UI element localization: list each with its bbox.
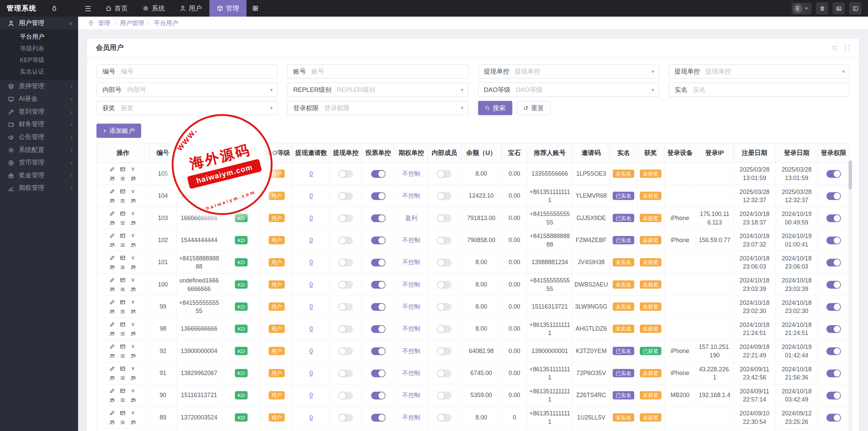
brand[interactable]: 管理系统	[0, 0, 78, 17]
login-permission-toggle[interactable]	[826, 370, 841, 377]
team-icon[interactable]	[108, 175, 115, 182]
edit-icon[interactable]	[108, 254, 115, 261]
sidebar-item-user-management[interactable]: 用户管理 ∨	[0, 17, 78, 30]
sidebar-item-finance[interactable]: 财务管理 ‹	[0, 118, 78, 131]
card-icon[interactable]	[119, 165, 126, 173]
login-permission-toggle[interactable]	[826, 192, 841, 200]
list-icon[interactable]	[119, 330, 126, 337]
team-icon[interactable]	[130, 219, 137, 226]
team-icon[interactable]	[108, 396, 115, 404]
card-icon[interactable]	[119, 254, 126, 261]
hamburger-icon[interactable]: ☰	[78, 0, 98, 17]
withdraw-control-toggle[interactable]	[339, 325, 353, 333]
filter-withdraw-control-1[interactable]: 提现单控 提现单控 ▾	[478, 64, 659, 79]
v-icon[interactable]: v	[130, 165, 137, 173]
option-control-link[interactable]: 不控制	[402, 303, 420, 310]
option-control-link[interactable]: 不控制	[402, 259, 420, 266]
scrollbar-thumb[interactable]	[849, 161, 852, 190]
account-input[interactable]	[312, 68, 468, 75]
sidebar-item-realname-auth[interactable]: 实名认证	[0, 66, 78, 77]
list-icon[interactable]	[119, 308, 126, 315]
team-icon[interactable]	[130, 197, 137, 204]
option-control-link[interactable]: 不控制	[402, 170, 420, 177]
team-icon[interactable]	[108, 219, 115, 226]
team-icon[interactable]	[130, 263, 137, 271]
breadcrumb-manage[interactable]: 管理	[98, 19, 110, 27]
edit-icon[interactable]	[108, 298, 115, 306]
fullscreen-icon[interactable]	[844, 45, 850, 51]
vote-control-toggle[interactable]	[371, 259, 385, 267]
nav-home[interactable]: 首页	[98, 0, 135, 17]
internal-member-toggle[interactable]	[437, 214, 451, 222]
vote-control-toggle[interactable]	[371, 303, 385, 311]
vote-control-toggle[interactable]	[371, 237, 385, 244]
sidebar-item-ai-fund[interactable]: AI基金 ‹	[0, 93, 78, 105]
vote-control-toggle[interactable]	[371, 281, 385, 289]
v-icon[interactable]: v	[130, 342, 137, 350]
edit-icon[interactable]	[108, 210, 115, 217]
option-control-link[interactable]: 不控制	[402, 414, 420, 421]
team-icon[interactable]	[130, 352, 137, 359]
edit-icon[interactable]	[108, 188, 115, 195]
card-icon[interactable]	[119, 320, 126, 328]
team-icon[interactable]	[108, 241, 115, 248]
edit-icon[interactable]	[108, 165, 115, 173]
option-control-link[interactable]: 不控制	[402, 237, 420, 243]
invite-count-link[interactable]: 0	[310, 192, 313, 199]
list-icon[interactable]	[119, 374, 126, 381]
edit-icon[interactable]	[108, 365, 115, 372]
login-permission-toggle[interactable]	[826, 170, 841, 178]
login-permission-toggle[interactable]	[826, 414, 841, 422]
card-icon[interactable]	[119, 409, 126, 416]
team-icon[interactable]	[130, 374, 137, 381]
sidebar-item-level-list[interactable]: 等级列表	[0, 43, 78, 54]
withdraw-control-toggle[interactable]	[339, 414, 353, 422]
filter-internal-number[interactable]: 内部号 内部号 ▾	[96, 82, 278, 97]
internal-member-toggle[interactable]	[437, 237, 451, 244]
internal-member-toggle[interactable]	[437, 281, 451, 289]
nav-user[interactable]: 用户	[172, 0, 209, 17]
vote-control-toggle[interactable]	[371, 414, 385, 422]
invite-count-link[interactable]: 0	[310, 170, 313, 177]
user-avatar-menu[interactable]: E ▾	[792, 2, 812, 14]
v-icon[interactable]: v	[130, 365, 137, 372]
option-control-link[interactable]: 不控制	[402, 325, 420, 332]
apps-grid-icon[interactable]	[246, 0, 264, 17]
vote-control-toggle[interactable]	[371, 192, 385, 200]
v-icon[interactable]: v	[130, 232, 137, 239]
option-control-link[interactable]: 不控制	[402, 348, 420, 354]
team-icon[interactable]	[108, 374, 115, 381]
card-icon[interactable]	[119, 276, 126, 283]
sidebar-item-options[interactable]: 期权管理 ‹	[0, 182, 78, 195]
team-icon[interactable]	[108, 197, 115, 204]
internal-member-toggle[interactable]	[437, 392, 451, 399]
number-input[interactable]	[121, 68, 277, 75]
team-icon[interactable]	[108, 308, 115, 315]
edit-icon[interactable]	[108, 320, 115, 328]
withdraw-control-toggle[interactable]	[339, 192, 353, 200]
internal-member-toggle[interactable]	[437, 170, 451, 178]
internal-member-toggle[interactable]	[437, 192, 451, 200]
invite-count-link[interactable]: 0	[310, 325, 313, 332]
card-icon[interactable]	[119, 387, 126, 394]
edit-icon[interactable]	[108, 276, 115, 283]
invite-count-link[interactable]: 0	[310, 303, 313, 310]
edit-icon[interactable]	[108, 232, 115, 239]
invite-count-link[interactable]: 0	[310, 348, 313, 354]
invite-count-link[interactable]: 0	[310, 259, 313, 266]
list-icon[interactable]	[119, 241, 126, 248]
internal-member-toggle[interactable]	[437, 347, 451, 355]
add-account-button[interactable]: + 添加账户	[96, 123, 141, 138]
filter-award[interactable]: 获奖 获奖 ▾	[96, 101, 278, 115]
team-icon[interactable]	[130, 286, 137, 293]
login-permission-toggle[interactable]	[826, 392, 841, 399]
invite-count-link[interactable]: 0	[310, 215, 313, 221]
list-icon[interactable]	[119, 219, 126, 226]
v-icon[interactable]: v	[130, 298, 137, 306]
team-icon[interactable]	[130, 330, 137, 337]
vote-control-toggle[interactable]	[371, 347, 385, 355]
withdraw-control-toggle[interactable]	[339, 170, 353, 178]
team-icon[interactable]	[108, 330, 115, 337]
withdraw-control-toggle[interactable]	[339, 347, 353, 355]
sidebar-item-pledge[interactable]: 质押管理 ‹	[0, 80, 78, 93]
